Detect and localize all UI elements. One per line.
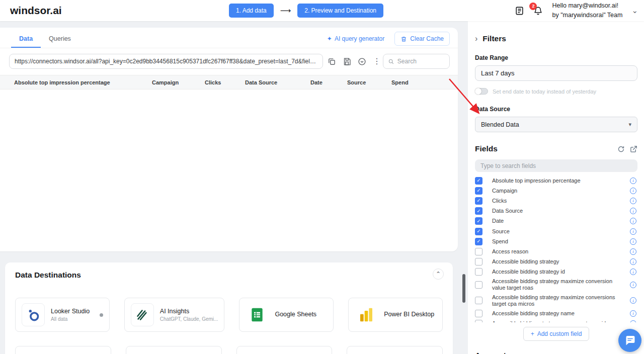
copy-icon[interactable] bbox=[326, 55, 338, 67]
destination-card[interactable]: Power BI Desktop bbox=[348, 298, 443, 332]
info-icon[interactable]: i bbox=[630, 238, 636, 245]
field-row: ✓ Clicks i bbox=[475, 196, 637, 206]
table-column-header[interactable]: Spend bbox=[391, 79, 458, 85]
step-arrow-icon: ⟶ bbox=[280, 6, 291, 15]
fields-search-input[interactable] bbox=[475, 159, 637, 172]
tab-data[interactable]: Data bbox=[11, 30, 41, 48]
field-checkbox[interactable]: ✓ bbox=[475, 177, 482, 185]
end-date-toggle[interactable] bbox=[475, 88, 488, 95]
destination-text: AI Insights ChatGPT, Claude, Gemi... bbox=[160, 308, 218, 322]
info-icon[interactable]: i bbox=[630, 310, 636, 317]
data-source-select[interactable]: Blended Data ▾ bbox=[475, 117, 637, 132]
step-preview-destination-button[interactable]: 2. Preview and Destination bbox=[297, 4, 383, 18]
vertical-scrollbar[interactable] bbox=[462, 274, 465, 303]
info-icon[interactable]: i bbox=[630, 320, 636, 322]
field-checkbox[interactable]: ✓ bbox=[475, 320, 482, 322]
destination-card[interactable]: Looker Studio All data bbox=[15, 298, 110, 332]
chat-icon bbox=[624, 334, 636, 346]
add-custom-field-button[interactable]: + Add custom field bbox=[523, 327, 590, 341]
field-label: Data Source bbox=[492, 208, 625, 214]
ai-query-generator-link[interactable]: ✦ AI query generator bbox=[327, 35, 384, 42]
greeting-line2: by "marywindsorai" Team bbox=[552, 11, 622, 20]
info-icon[interactable]: i bbox=[630, 208, 636, 214]
table-column-header[interactable]: Clicks bbox=[205, 79, 245, 85]
open-fields-external-icon[interactable] bbox=[630, 145, 637, 153]
data-source-value: Blended Data bbox=[481, 121, 519, 128]
table-column-header[interactable]: Campaign bbox=[152, 79, 205, 85]
field-checkbox[interactable]: ✓ bbox=[475, 297, 482, 304]
data-source-label: Data Source bbox=[475, 106, 637, 113]
destination-card[interactable] bbox=[347, 346, 443, 354]
table-column-header[interactable]: Date bbox=[310, 79, 347, 85]
field-checkbox[interactable]: ✓ bbox=[475, 217, 482, 225]
info-icon[interactable]: i bbox=[630, 282, 636, 288]
info-icon[interactable]: i bbox=[630, 188, 636, 194]
destination-card[interactable] bbox=[126, 346, 222, 354]
chat-widget-button[interactable] bbox=[618, 329, 641, 352]
table-column-header[interactable]: Absolute top impression percentage bbox=[0, 79, 152, 85]
collapse-destinations-button[interactable]: ⌃ bbox=[433, 269, 444, 280]
field-label: Accessible bidding strategy id bbox=[492, 269, 625, 275]
tab-bar: Data Queries ✦ AI query generator Clear … bbox=[0, 28, 458, 48]
field-checkbox[interactable]: ✓ bbox=[475, 268, 482, 276]
table-column-header[interactable]: Data Source bbox=[245, 79, 310, 85]
field-label: Date bbox=[492, 218, 625, 224]
destinations-title: Data Destinations bbox=[15, 271, 443, 280]
field-checkbox[interactable]: ✓ bbox=[475, 258, 482, 266]
info-icon[interactable]: i bbox=[630, 248, 636, 255]
info-icon[interactable]: i bbox=[630, 228, 636, 235]
info-icon[interactable]: i bbox=[630, 269, 636, 275]
destination-card[interactable]: Google Sheets bbox=[239, 298, 334, 332]
info-icon[interactable]: i bbox=[630, 297, 636, 304]
top-header: windsor.ai 1. Add data ⟶ 2. Preview and … bbox=[0, 0, 644, 21]
status-dot bbox=[100, 313, 103, 317]
table-column-header[interactable]: Source bbox=[347, 79, 391, 85]
step-add-data-button[interactable]: 1. Add data bbox=[229, 4, 274, 18]
destination-text: Looker Studio All data bbox=[51, 308, 90, 322]
tab-queries[interactable]: Queries bbox=[41, 30, 79, 48]
account-menu-chevron-icon[interactable]: ⌄ bbox=[631, 6, 638, 15]
trash-icon bbox=[400, 36, 407, 42]
destination-card[interactable] bbox=[236, 346, 333, 354]
info-icon[interactable]: i bbox=[630, 218, 636, 224]
field-checkbox[interactable]: ✓ bbox=[475, 187, 482, 195]
field-checkbox[interactable]: ✓ bbox=[475, 310, 482, 317]
field-checkbox[interactable]: ✓ bbox=[475, 248, 482, 255]
destination-card[interactable] bbox=[15, 346, 111, 354]
header-right: 2 Hello mary@windsor.ai! by "marywindsor… bbox=[515, 1, 638, 20]
field-row: ✓ Access reason i bbox=[475, 246, 637, 256]
changelog-icon[interactable] bbox=[515, 6, 524, 16]
collapse-sidebar-chevron-icon[interactable]: › bbox=[475, 35, 477, 43]
field-row: ✓ Spend i bbox=[475, 236, 637, 246]
circle-chevron-down-icon[interactable] bbox=[356, 55, 368, 67]
more-options-icon[interactable]: ⋮ bbox=[371, 55, 383, 67]
destination-name: Google Sheets bbox=[275, 311, 316, 318]
collapse-up-icon: ⌃ bbox=[436, 271, 441, 278]
info-icon[interactable]: i bbox=[630, 258, 636, 265]
field-checkbox[interactable]: ✓ bbox=[475, 197, 482, 205]
refresh-fields-icon[interactable] bbox=[617, 145, 625, 153]
save-icon[interactable] bbox=[341, 55, 353, 67]
info-icon[interactable]: i bbox=[630, 198, 636, 204]
info-icon[interactable]: i bbox=[630, 178, 636, 184]
api-url-input[interactable] bbox=[9, 54, 323, 69]
table-search-input[interactable] bbox=[397, 58, 440, 65]
destination-card[interactable]: AI Insights ChatGPT, Claude, Gemi... bbox=[124, 298, 225, 332]
check-icon: ✓ bbox=[476, 198, 480, 203]
field-checkbox[interactable]: ✓ bbox=[475, 281, 482, 289]
field-checkbox[interactable]: ✓ bbox=[475, 207, 482, 215]
clear-cache-button[interactable]: Clear Cache bbox=[394, 32, 450, 46]
field-row: ✓ Data Source i bbox=[475, 206, 637, 216]
field-label: Access reason bbox=[492, 248, 625, 255]
field-row: ✓ Accessible bidding strategy name i bbox=[475, 308, 637, 318]
field-checkbox[interactable]: ✓ bbox=[475, 238, 482, 245]
field-label: Absolute top impression percentage bbox=[492, 178, 625, 184]
caret-down-icon: ▾ bbox=[628, 121, 631, 128]
filters-sidebar: › Filters Date Range Set end date to tod… bbox=[468, 21, 644, 354]
fields-header: Fields bbox=[475, 144, 637, 153]
field-label: Campaign bbox=[492, 188, 625, 194]
field-row: ✓ Source i bbox=[475, 226, 637, 236]
field-checkbox[interactable]: ✓ bbox=[475, 228, 482, 235]
notifications-bell-icon[interactable]: 2 bbox=[533, 6, 543, 16]
date-range-input[interactable] bbox=[475, 65, 637, 81]
